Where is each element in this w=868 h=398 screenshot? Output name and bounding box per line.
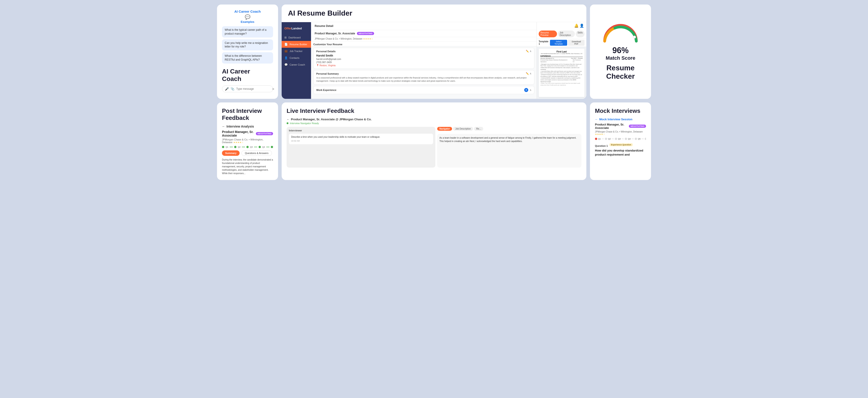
pi-stars: ★★★★☆ xyxy=(233,141,243,144)
example-bubble-2[interactable]: Can you help write me a resignation lett… xyxy=(222,39,273,51)
q2-dot xyxy=(234,146,237,148)
resume-builder-inner: OfferLanded ⊞ Dashboard 📄 Resume Builder… xyxy=(282,22,586,99)
resume-checker-card: 96% Match Score ResumeChecker xyxy=(590,4,651,99)
mock-interview-title: Mock Interviews xyxy=(595,108,646,115)
li-back-label: Product Manager, Sr. Associate @ JPMorga… xyxy=(291,118,372,121)
mi-line-2 xyxy=(612,139,614,139)
li-tab-re[interactable]: Re... xyxy=(474,127,483,131)
preview-loc: San Francisco, CA xyxy=(573,59,583,63)
logo-landed: Landed xyxy=(291,27,302,30)
summary-tab-button[interactable]: Summary xyxy=(222,150,240,156)
nav-dashboard-label: Dashboard xyxy=(288,36,301,39)
summary-edit-icon[interactable]: ✏️ ∧ xyxy=(526,72,531,75)
add-work-icon[interactable]: + xyxy=(524,88,528,92)
avatar-icon: 👤 xyxy=(580,24,584,28)
rb-template-row: Template 1 Select Template Download PDF xyxy=(537,39,586,47)
q3-label: Q3 xyxy=(250,146,253,148)
q5-dot xyxy=(271,146,273,148)
match-score-percent: 96% xyxy=(612,46,629,55)
work-chevron-icon[interactable]: ∧ xyxy=(530,89,531,92)
rb-company-row: JPMorgan Chase & Co. • Wilmington, Delaw… xyxy=(311,37,537,41)
chat-input[interactable] xyxy=(236,87,270,90)
tab-resume-preview[interactable]: Resume Preview xyxy=(539,31,557,37)
rb-job-title-row: Product Manager, Sr. Associate NEGOTIATI… xyxy=(311,30,537,37)
edit-icon[interactable]: ✏️ ∧ xyxy=(526,50,531,53)
resume-builder-title: AI Resume Builder xyxy=(288,9,580,18)
li-tab-job-desc[interactable]: Job Description xyxy=(453,127,473,131)
rb-main-header-label: Resume Detail xyxy=(315,24,333,28)
rb-name: Harold Smith xyxy=(316,54,531,57)
nav-career-coach[interactable]: 💬 Career Coach xyxy=(282,61,311,68)
preview-bullet-1: • Managed cross-functional team of 10 in… xyxy=(540,64,583,70)
chat-input-row: 🎤 📎 ➤ xyxy=(222,86,273,92)
mi-back-row: ← Mock Interview Session xyxy=(595,118,646,121)
mic-icon[interactable]: 🎤 xyxy=(225,87,229,91)
example-bubble-1[interactable]: What is the typical career path of a pro… xyxy=(222,26,273,37)
rb-email: harold.smith@gmail.com xyxy=(316,58,531,60)
nav-resume-label: Resume Builder xyxy=(289,43,307,46)
li-status-row: Interview Navigator Ready xyxy=(287,122,581,125)
pi-job-title: Product Manager, Sr. Associate xyxy=(222,130,254,137)
preview-exp-label: EXPERIENCE xyxy=(540,55,583,57)
personal-details-label: Personal Details xyxy=(316,50,336,53)
send-icon[interactable]: ➤ xyxy=(272,87,275,91)
li-question-time: 10:32 AM xyxy=(291,140,431,143)
pi-company-row: JPMorgan Chase & Co. • Wilmington, Delaw… xyxy=(222,138,273,144)
qa-tab-button[interactable]: Questions & Answers xyxy=(241,150,272,156)
rb-personal-details-section: Personal Details ✏️ ∧ Harold Smith harol… xyxy=(313,48,534,69)
mi-badge: NEGOTIATING xyxy=(629,125,646,128)
mi-q2-label: Q2 xyxy=(608,138,611,140)
mi-line-1 xyxy=(602,139,604,139)
rb-sidebar: OfferLanded ⊞ Dashboard 📄 Resume Builder… xyxy=(282,22,311,99)
select-template-button[interactable]: Select Template xyxy=(550,40,567,46)
nav-dashboard[interactable]: ⊞ Dashboard xyxy=(282,34,311,41)
preview-date: Oct 2017 – Present xyxy=(571,57,583,59)
attach-icon[interactable]: 📎 xyxy=(230,87,235,91)
q2-label: Q2 xyxy=(238,146,241,148)
resume-checker-title: ResumeChecker xyxy=(606,64,635,81)
mi-q3-label: Q3 xyxy=(618,138,621,140)
bell-icon: 🔔 xyxy=(574,24,579,28)
nav-jobtracker-label: Job Tracker xyxy=(289,50,303,53)
mock-interview-card: Mock Interviews ← Mock Interview Session… xyxy=(590,102,651,180)
li-response-panel: As a team leader in a software developme… xyxy=(437,134,581,167)
rb-summary-text: As a seasoned professional with a deep-s… xyxy=(316,76,531,83)
nav-job-tracker[interactable]: 💼 Job Tracker xyxy=(282,48,311,55)
back-arrow-icon[interactable]: ← xyxy=(222,125,225,128)
mi-progress-row: Q1 Q2 Q3 Q4 Q5 Q6 Q7 xyxy=(595,138,646,140)
tab-skills[interactable]: Skills xyxy=(576,31,585,37)
li-back-row: ← Product Manager, Sr. Associate @ JPMor… xyxy=(287,118,581,121)
ai-career-coach-card: AI Career Coach 💬 Examples What is the t… xyxy=(217,4,278,99)
rb-city: 📍 Reston, Virginia xyxy=(316,64,531,67)
preview-bullet-3: • Designed training and peer-mentoring p… xyxy=(540,74,583,77)
li-back-arrow[interactable]: ← xyxy=(287,118,289,121)
rb-personal-fields: Harold Smith harold.smith@gmail.com (703… xyxy=(316,54,531,67)
nav-contacts[interactable]: 👤 Contacts xyxy=(282,55,311,61)
match-score-label: Match Score xyxy=(606,55,636,61)
mi-q2-dot xyxy=(605,138,607,140)
resume-builder-card: AI Resume Builder OfferLanded ⊞ Dashboar… xyxy=(282,4,586,99)
q1-dot xyxy=(222,146,224,148)
pi-progress-row: Q1 Q2 Q3 Q4 Q5 Q6 Q7 Q8 xyxy=(222,146,273,148)
pi-tabs: Summary Questions & Answers xyxy=(222,150,273,156)
li-tab-navigator[interactable]: Navigator xyxy=(437,127,452,131)
q4-label: Q4 xyxy=(262,146,265,148)
rb-logo: OfferLanded xyxy=(282,24,311,32)
preview-company: Resume Worded & Co. xyxy=(540,57,555,59)
preview-bullet-2: • Launched Miami office with lead Direct… xyxy=(540,70,583,74)
preview-bullet-4: • Achieved $200K reduction in department… xyxy=(540,77,583,83)
nav-resume-builder[interactable]: 📄 Resume Builder xyxy=(282,41,311,48)
example-bubble-3[interactable]: What is the difference between RESTful a… xyxy=(222,52,273,64)
coach-icon: 💬 xyxy=(284,63,288,66)
mi-q1-label: Q1 xyxy=(598,138,601,140)
mi-q3-dot xyxy=(615,138,617,140)
preview-bullet-5: • Notes: Your most recent experience sho… xyxy=(540,83,583,86)
li-question-text: Describe a time when you used your leade… xyxy=(291,136,380,138)
download-pdf-button[interactable]: Download PDF xyxy=(568,40,585,46)
mi-back-arrow[interactable]: ← xyxy=(595,118,598,121)
status-dot xyxy=(287,122,288,124)
mi-q1-dot xyxy=(595,138,597,140)
tab-job-description[interactable]: Job Description xyxy=(558,31,575,37)
li-right-panel: Navigator Job Description Re... As a tea… xyxy=(437,127,581,167)
rb-main-content: Resume Detail Product Manager, Sr. Assoc… xyxy=(311,22,537,99)
